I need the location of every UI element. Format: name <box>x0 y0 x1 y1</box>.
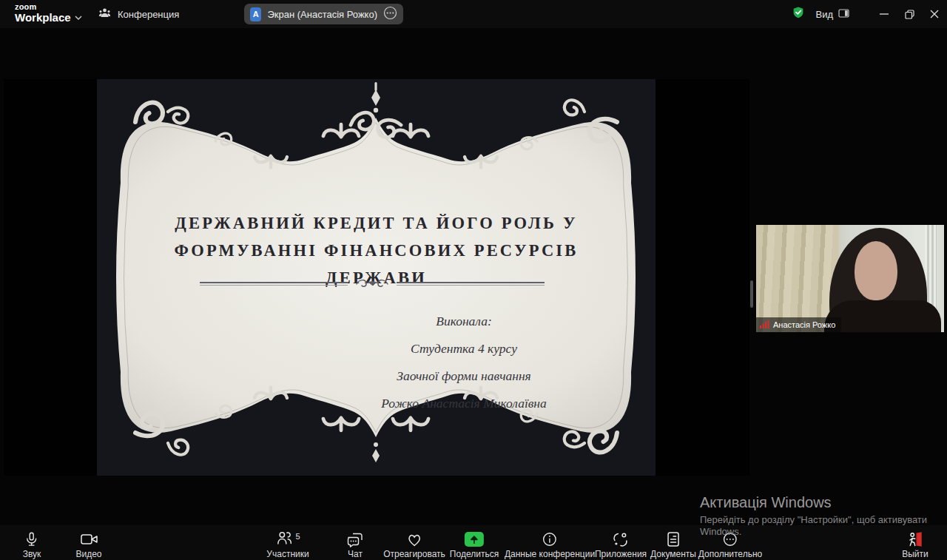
participant-face <box>855 241 897 300</box>
meeting-tab-label: Конференция <box>118 9 179 20</box>
window-restore-button[interactable] <box>897 0 922 28</box>
participants-button[interactable]: 5 Участники <box>266 525 309 560</box>
microphone-icon <box>24 530 40 548</box>
heart-icon <box>405 530 423 548</box>
logo-zoom-text: zoom <box>15 3 71 11</box>
presentation-slide: ДЕРЖАВНИЙ КРЕДИТ ТА ЙОГО РОЛЬ У ФОРМУВАН… <box>97 79 656 476</box>
slide-divider <box>200 277 545 289</box>
slide-title-line-2: ФОРМУВАННІ ФІНАНСОВИХ РЕСУРСІВ <box>97 237 656 264</box>
participant-name-tag: Анастасія Рожко <box>756 317 841 332</box>
participant-name: Анастасія Рожко <box>773 320 835 329</box>
apps-label: Приложения <box>595 549 647 559</box>
author-line-4: Рожко Анастасія Миколаївна <box>342 390 586 417</box>
apps-icon <box>612 530 630 548</box>
divider-line-left <box>200 282 348 286</box>
participants-count-badge: 5 <box>295 532 300 541</box>
participants-icon <box>275 530 293 549</box>
audio-label: Звук <box>23 549 41 559</box>
video-button[interactable]: Видео <box>75 525 101 560</box>
share-screen-label: Поделиться <box>450 549 499 559</box>
video-label: Видео <box>75 549 101 559</box>
meeting-info-label: Данные конференции <box>505 549 595 559</box>
slide-author-block: Виконала: Студентка 4 курсу Заочної форм… <box>342 308 586 417</box>
participant-body <box>824 300 941 332</box>
watermark-title: Активація Windows <box>700 494 927 511</box>
watermark-line-2: Windows. <box>700 526 927 537</box>
author-line-3: Заочної форми навчання <box>342 362 586 390</box>
shared-screen-view: ДЕРЖАВНИЙ КРЕДИТ ТА ЙОГО РОЛЬ У ФОРМУВАН… <box>4 79 749 476</box>
participant-video-tile[interactable]: Анастасія Рожко <box>756 225 944 332</box>
windows-activation-watermark: Активація Windows Перейдіть до розділу "… <box>700 494 927 537</box>
chat-label: Чат <box>348 549 363 559</box>
author-line-2: Студентка 4 курсу <box>342 335 586 362</box>
chat-icon <box>346 530 364 548</box>
react-button[interactable]: Отреагировать <box>383 525 445 560</box>
logo-workplace-text: Workplace <box>15 12 71 23</box>
tab-meeting[interactable]: Конференция <box>98 0 179 28</box>
author-line-1: Виконала: <box>342 308 586 335</box>
more-label: Дополнительно <box>698 549 762 559</box>
meeting-info-button[interactable]: Данные конференции <box>505 525 595 560</box>
watermark-line-1: Перейдіть до розділу "Настройки", щоб ак… <box>700 514 927 525</box>
zoom-workplace-logo: zoom Workplace <box>15 3 71 23</box>
info-icon <box>542 530 558 548</box>
view-label: Вид <box>815 9 833 20</box>
react-label: Отреагировать <box>383 549 445 559</box>
docs-label: Документы <box>650 549 696 559</box>
share-tab-label: Экран (Анастасія Рожко) <box>267 9 377 20</box>
document-icon <box>666 530 681 548</box>
leave-label: Выйти <box>902 549 929 559</box>
audio-button[interactable]: Звук <box>23 525 41 560</box>
apps-button[interactable]: Приложения <box>595 525 647 560</box>
chat-button[interactable]: Чат <box>346 525 364 560</box>
view-button[interactable]: Вид <box>815 9 849 20</box>
titlebar: zoom Workplace Конференция A Экран (Анас… <box>0 0 947 28</box>
share-screen-icon <box>465 532 484 547</box>
panel-resize-handle[interactable] <box>750 280 753 308</box>
share-screen-button[interactable]: Поделиться <box>450 525 499 560</box>
audio-meter-icon <box>760 320 769 330</box>
view-layout-icon <box>838 9 849 20</box>
security-shield-icon[interactable] <box>792 6 805 22</box>
share-tab-avatar: A <box>250 7 261 21</box>
participants-label: Участники <box>266 549 309 559</box>
camera-icon <box>80 530 98 548</box>
divider-flourish-icon <box>355 277 389 289</box>
slide-title-line-1: ДЕРЖАВНИЙ КРЕДИТ ТА ЙОГО РОЛЬ У <box>97 209 656 237</box>
chevron-down-icon[interactable] <box>74 10 83 24</box>
tab-shared-screen[interactable]: A Экран (Анастасія Рожко) <box>244 4 403 24</box>
divider-line-right <box>397 282 545 286</box>
window-close-button[interactable] <box>922 0 947 28</box>
window-minimize-button[interactable] <box>872 0 897 28</box>
docs-button[interactable]: Документы <box>650 525 696 560</box>
share-tab-options-icon[interactable] <box>383 6 397 23</box>
meeting-people-icon <box>98 7 111 21</box>
